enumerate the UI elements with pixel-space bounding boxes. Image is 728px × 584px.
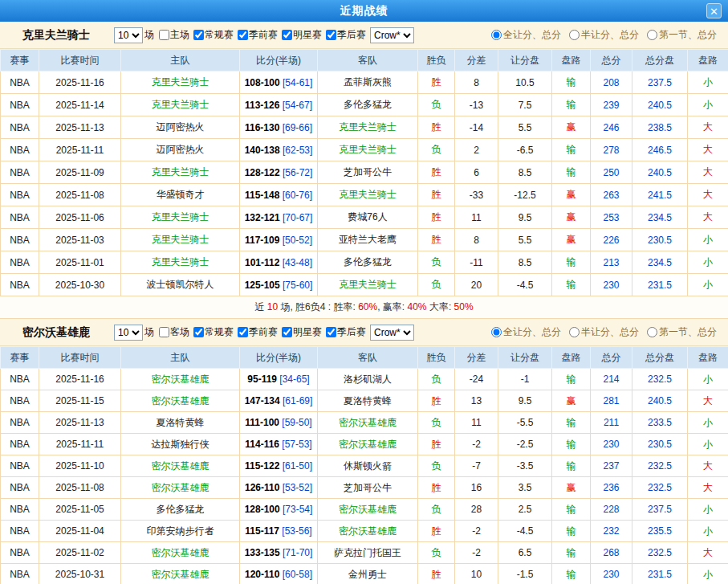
radio-input[interactable]	[569, 30, 580, 40]
diff-cell: -7	[455, 455, 498, 477]
score-cell: 147-134 [61-69]	[240, 390, 318, 412]
filter-checkbox[interactable]: 常规赛	[192, 28, 234, 42]
total-result-cell: 小	[688, 564, 728, 584]
result-cell: 胜	[418, 184, 455, 206]
radio-label: 第一节、总分	[659, 28, 717, 42]
league-cell: NBA	[1, 521, 39, 542]
checkbox-label: 季后赛	[337, 28, 366, 42]
column-header: 客队	[318, 50, 418, 71]
radio-input[interactable]	[569, 327, 580, 337]
filter-checkbox[interactable]: 主场	[157, 28, 189, 42]
handicap-result-cell: 输	[552, 274, 591, 296]
total-result-cell: 大	[688, 477, 728, 499]
league-cell: NBA	[1, 274, 39, 296]
checkbox-input[interactable]	[282, 30, 292, 40]
handicap-cell: 7.5	[498, 94, 552, 116]
result-cell: 胜	[418, 229, 455, 251]
filter-checkbox[interactable]: 客场	[157, 325, 189, 339]
checkbox-input[interactable]	[326, 30, 336, 40]
half-score: [50-52]	[279, 235, 312, 246]
odds-type-radio[interactable]: 全让分、总分	[491, 325, 561, 339]
filter-checkbox[interactable]: 常规赛	[192, 325, 234, 339]
score-cell: 128-122 [56-72]	[240, 161, 318, 184]
score-cell: 111-100 [59-50]	[240, 412, 318, 434]
league-cell: NBA	[1, 390, 39, 412]
odds-company-select[interactable]: Crow*	[370, 325, 414, 341]
league-cell: NBA	[1, 139, 39, 161]
checkbox-input[interactable]	[238, 327, 248, 337]
home-team-cell: 迈阿密热火	[121, 116, 240, 139]
total-cell: 239	[591, 94, 632, 116]
handicap-result-cell: 赢	[552, 184, 591, 206]
diff-cell: -2	[455, 521, 498, 542]
checkbox-input[interactable]	[159, 30, 169, 40]
half-score: [34-65]	[277, 374, 310, 385]
league-cell: NBA	[1, 434, 39, 455]
full-score: 101-112	[245, 257, 279, 268]
home-team-cell: 多伦多猛龙	[121, 499, 240, 521]
odds-type-radio[interactable]: 半让分、总分	[569, 28, 639, 42]
league-cell: NBA	[1, 161, 39, 184]
date-cell: 2025-10-30	[39, 274, 121, 296]
total-line-cell: 230.5	[632, 434, 688, 455]
full-score: 113-126	[245, 100, 279, 111]
total-cell: 226	[591, 229, 632, 251]
total-line-cell: 232.5	[632, 369, 688, 390]
checkbox-input[interactable]	[193, 30, 204, 40]
filter-checkbox[interactable]: 季前赛	[236, 325, 278, 339]
away-team-cell: 亚特兰大老鹰	[318, 229, 418, 251]
odds-type-radio[interactable]: 全让分、总分	[491, 28, 561, 42]
column-header: 总分盘	[632, 50, 688, 71]
result-cell: 负	[418, 542, 455, 564]
radio-input[interactable]	[647, 327, 657, 337]
odds-company-select[interactable]: Crow*	[370, 27, 414, 43]
checkbox-input[interactable]	[326, 327, 336, 337]
column-header: 主队	[121, 347, 240, 369]
radio-input[interactable]	[647, 30, 657, 40]
total-line-cell: 241.5	[632, 184, 688, 206]
close-icon[interactable]: ✕	[706, 3, 722, 18]
date-cell: 2025-11-16	[39, 369, 121, 390]
filter-checkbox[interactable]: 季后赛	[324, 325, 366, 339]
match-row: NBA2025-11-10密尔沃基雄鹿115-122 [61-50]休斯顿火箭负…	[1, 455, 728, 477]
total-line-cell: 240.5	[632, 161, 688, 184]
result-cell: 胜	[418, 206, 455, 229]
checkbox-input[interactable]	[282, 327, 292, 337]
total-result-cell: 大	[688, 161, 728, 184]
total-cell: 230	[591, 564, 632, 584]
filter-checkbox[interactable]: 季后赛	[324, 28, 366, 42]
handicap-cell: -6.5	[498, 139, 552, 161]
odds-type-radio[interactable]: 第一节、总分	[647, 28, 717, 42]
radio-input[interactable]	[491, 327, 502, 337]
handicap-cell: 9.5	[498, 390, 552, 412]
checkbox-input[interactable]	[193, 327, 204, 337]
filter-checkbox[interactable]: 明星赛	[280, 28, 322, 42]
full-score: 95-119	[247, 374, 277, 385]
handicap-result-cell: 输	[552, 455, 591, 477]
home-team-cell: 克里夫兰骑士	[121, 71, 240, 94]
handicap-result-cell: 输	[552, 161, 591, 184]
total-line-cell: 232.5	[632, 477, 688, 499]
radio-input[interactable]	[491, 30, 502, 40]
filter-checkbox[interactable]: 明星赛	[280, 325, 322, 339]
odds-type-radio[interactable]: 半让分、总分	[569, 325, 639, 339]
away-team-cell: 密尔沃基雄鹿	[318, 434, 418, 455]
checkbox-input[interactable]	[159, 327, 169, 337]
filter-checkbox[interactable]: 季前赛	[236, 28, 278, 42]
home-team-cell: 密尔沃基雄鹿	[121, 455, 240, 477]
handicap-result-cell: 赢	[552, 116, 591, 139]
summary-segment: 大率:	[427, 301, 454, 312]
games-suffix-label: 场	[144, 28, 154, 42]
games-count-select[interactable]: 10	[114, 27, 143, 43]
column-header: 比分(半场)	[240, 50, 318, 71]
games-count-select[interactable]: 10	[114, 325, 143, 341]
match-row: NBA2025-11-15密尔沃基雄鹿147-134 [61-69]夏洛特黄蜂胜…	[1, 390, 728, 412]
total-line-cell: 238.5	[632, 116, 688, 139]
total-cell: 236	[591, 477, 632, 499]
half-score: [61-50]	[279, 460, 312, 472]
handicap-result-cell: 赢	[552, 390, 591, 412]
handicap-cell: -1.5	[498, 564, 552, 584]
checkbox-input[interactable]	[238, 30, 248, 40]
handicap-result-cell: 赢	[552, 206, 591, 229]
odds-type-radio[interactable]: 第一节、总分	[647, 325, 717, 339]
